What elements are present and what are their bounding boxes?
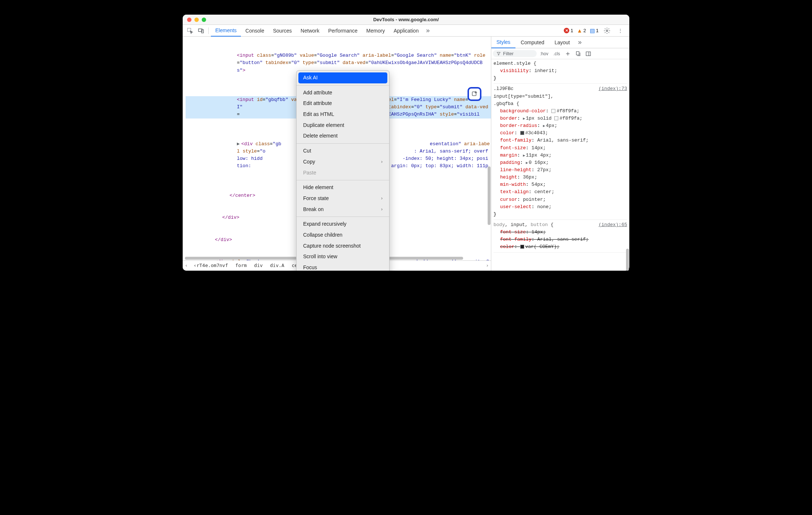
tab-performance[interactable]: Performance [324, 25, 362, 37]
style-property[interactable]: font-size: 14px; [493, 144, 627, 152]
ask-ai-badge[interactable] [468, 87, 481, 101]
issues-indicator[interactable]: ▤ 1 [590, 27, 599, 34]
rtab-computed[interactable]: Computed [515, 37, 550, 48]
ctx-edit-attribute[interactable]: Edit attribute [297, 98, 389, 109]
warnings-indicator[interactable]: ▲ 2 [577, 27, 586, 34]
style-property[interactable]: background-color: #f8f9fa; [493, 108, 627, 115]
breadcrumb-item[interactable]: form [232, 262, 250, 269]
styles-rules[interactable]: element.style { visibility: inherit; } .… [491, 59, 629, 271]
ctx-delete-element[interactable]: Delete element [297, 131, 389, 142]
tab-network[interactable]: Network [296, 25, 324, 37]
color-swatch[interactable] [520, 245, 524, 249]
color-swatch[interactable] [554, 116, 558, 120]
tab-console[interactable]: Console [241, 25, 268, 37]
settings-icon[interactable] [602, 26, 612, 35]
style-property[interactable]: border-radius: ▶4px; [493, 122, 627, 129]
devtools-window: DevTools - www.google.com/ Elements Cons… [183, 15, 629, 271]
ctx-collapse-children[interactable]: Collapse children [297, 230, 389, 241]
style-property[interactable]: line-height: 27px; [493, 166, 627, 174]
style-rule-element[interactable]: element.style { visibility: inherit; } [493, 60, 627, 84]
ctx-copy[interactable]: Copy› [297, 157, 389, 168]
style-property-overridden[interactable]: font-family: Arial, sans-serif; [493, 236, 627, 243]
device-toolbar-icon[interactable] [196, 26, 206, 36]
style-rule[interactable]: body, input, button { (index):65 font-si… [493, 221, 627, 253]
styles-filter-input[interactable]: Filter [493, 50, 537, 57]
style-property[interactable]: user-select: none; [493, 203, 627, 211]
ctx-duplicate-element[interactable]: Duplicate element [297, 120, 389, 131]
expand-triangle-icon[interactable]: ▶ [543, 123, 545, 129]
context-menu: Ask AI Add attribute Edit attribute Edit… [296, 70, 390, 271]
ctx-capture-screenshot[interactable]: Capture node screenshot [297, 241, 389, 252]
breadcrumb-item[interactable]: div [250, 262, 266, 269]
style-property[interactable]: border: ▶1px solid #f8f9fa; [493, 115, 627, 122]
traffic-lights [183, 18, 206, 22]
style-property[interactable]: text-align: center; [493, 188, 627, 196]
style-rule[interactable]: .lJ9FBcinput[type="submit"],.gbqfba { (i… [493, 85, 627, 220]
toggle-sidebar-icon[interactable] [584, 49, 593, 58]
tabs-overflow-icon[interactable]: » [423, 27, 433, 34]
ctx-break-on[interactable]: Break on› [297, 204, 389, 215]
ctx-force-state-label: Force state [303, 195, 329, 203]
style-property[interactable]: cursor: pointer; [493, 196, 627, 203]
vertical-scrollbar[interactable] [487, 37, 491, 260]
ctx-hide-element[interactable]: Hide element [297, 182, 389, 193]
style-property[interactable]: font-family: Arial, sans-serif; [493, 137, 627, 144]
ctx-add-attribute[interactable]: Add attribute [297, 87, 389, 98]
ctx-break-on-label: Break on [303, 206, 324, 214]
ctx-cut[interactable]: Cut [297, 146, 389, 157]
color-swatch[interactable] [520, 131, 524, 135]
dom-tree-panel[interactable]: <input class="gNO89b" value="Google Sear… [183, 37, 491, 271]
scrollbar-thumb[interactable] [626, 249, 629, 271]
cls-toggle[interactable]: .cls [552, 50, 562, 57]
style-property[interactable]: padding: ▶0 16px; [493, 159, 627, 166]
breadcrumb-item[interactable]: ‹rT4e.om7nvf [190, 262, 232, 269]
expand-triangle-icon[interactable]: ▶ [526, 160, 528, 166]
ctx-edit-as-html[interactable]: Edit as HTML [297, 109, 389, 120]
breadcrumb-scroll-left[interactable]: ‹ [183, 262, 190, 269]
expand-icon[interactable]: ▶ [237, 140, 241, 148]
ctx-separator [297, 143, 389, 144]
style-property[interactable]: margin: ▶11px 4px; [493, 152, 627, 159]
ctx-ask-ai[interactable]: Ask AI [298, 72, 387, 83]
rtab-styles[interactable]: Styles [491, 37, 515, 48]
rtab-overflow-icon[interactable]: » [575, 38, 585, 46]
style-property[interactable]: visibility: inherit; [493, 67, 627, 75]
breadcrumb-item[interactable]: div.A [267, 262, 288, 269]
ctx-focus[interactable]: Focus [297, 262, 389, 271]
hov-toggle[interactable]: :hov [538, 50, 550, 57]
warning-icon: ▲ [577, 27, 582, 34]
breadcrumb-scroll-right[interactable]: › [484, 262, 491, 269]
style-property[interactable]: color: #3c4043; [493, 129, 627, 137]
tab-memory[interactable]: Memory [362, 25, 390, 37]
tab-sources[interactable]: Sources [269, 25, 296, 37]
scrollbar-thumb[interactable] [488, 166, 491, 225]
style-property-overridden[interactable]: color: var( COEmY); [493, 243, 627, 251]
svg-rect-6 [586, 52, 591, 56]
ctx-scroll-into-view[interactable]: Scroll into view [297, 251, 389, 262]
expand-triangle-icon[interactable]: ▶ [523, 116, 525, 122]
vertical-scrollbar[interactable] [626, 37, 630, 271]
style-property[interactable]: height: 36px; [493, 174, 627, 181]
copy-styles-icon[interactable] [574, 49, 582, 58]
new-style-rule-icon[interactable] [563, 49, 572, 58]
tab-elements[interactable]: Elements [211, 25, 241, 37]
rtab-layout[interactable]: Layout [550, 37, 575, 48]
source-link[interactable]: (index):73 [599, 85, 627, 107]
styles-panel: Styles Computed Layout » Filter :hov .cl… [491, 37, 629, 271]
svg-point-3 [606, 30, 608, 31]
source-link[interactable]: (index):65 [599, 221, 627, 229]
style-property[interactable]: min-width: 54px; [493, 181, 627, 188]
minimize-window-button[interactable] [194, 18, 199, 22]
window-title: DevTools - www.google.com/ [183, 17, 629, 22]
ctx-expand-recursively[interactable]: Expand recursively [297, 219, 389, 230]
color-swatch[interactable] [551, 109, 555, 113]
close-window-button[interactable] [187, 18, 191, 22]
expand-triangle-icon[interactable]: ▶ [523, 153, 525, 159]
tab-application[interactable]: Application [389, 25, 423, 37]
maximize-window-button[interactable] [202, 18, 206, 22]
style-property-overridden[interactable]: font-size: 14px; [493, 229, 627, 236]
ctx-force-state[interactable]: Force state› [297, 193, 389, 204]
inspect-element-icon[interactable] [185, 26, 195, 36]
errors-indicator[interactable]: ✕ 1 [564, 28, 573, 33]
kebab-menu-icon[interactable]: ⋮ [615, 26, 625, 35]
